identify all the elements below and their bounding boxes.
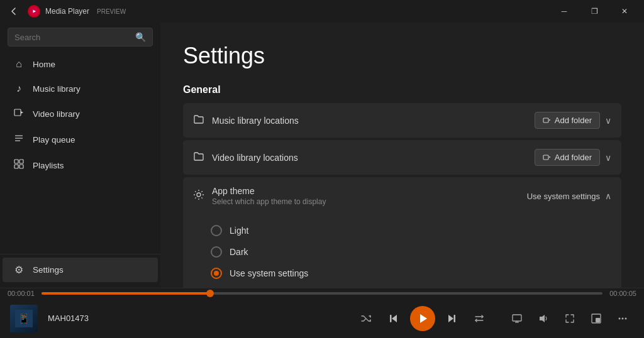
preview-badge: PREVIEW: [97, 8, 126, 15]
main-area: 🔍 ⌂ Home ♪ Music library Video library: [0, 23, 644, 288]
svg-rect-33: [513, 315, 521, 321]
svg-point-39: [619, 317, 621, 319]
window-controls: ─ ❐ ✕: [550, 1, 639, 21]
music-library-row[interactable]: Music library locations Add folder ∨: [183, 103, 621, 138]
sidebar-item-video-library[interactable]: Video library: [3, 101, 158, 126]
svg-rect-9: [14, 165, 18, 168]
next-button[interactable]: [440, 307, 463, 330]
theme-option-dark[interactable]: Dark: [211, 241, 611, 263]
sidebar-item-settings-label: Settings: [33, 265, 64, 275]
queue-icon: [13, 133, 25, 146]
sidebar-item-playlists[interactable]: Playlists: [3, 153, 158, 178]
sidebar-item-music-label: Music library: [33, 84, 80, 94]
theme-dark-label: Dark: [230, 247, 248, 257]
progress-thumb[interactable]: [206, 290, 214, 297]
svg-line-23: [201, 197, 202, 198]
track-thumbnail: 📱: [10, 305, 38, 332]
svg-rect-11: [543, 118, 548, 123]
sidebar-bottom: ⚙ Settings: [0, 254, 160, 288]
minimize-button[interactable]: ─: [550, 1, 579, 21]
progress-track[interactable]: [42, 292, 602, 295]
radio-system[interactable]: [211, 268, 222, 279]
theme-icon: [193, 189, 204, 203]
page-title: Settings: [183, 43, 621, 69]
theme-option-system[interactable]: Use system settings: [211, 263, 611, 284]
video-library-label: Video library locations: [212, 153, 535, 163]
svg-text:📱: 📱: [18, 313, 30, 325]
folder-icon-video: [193, 151, 204, 165]
svg-marker-31: [448, 315, 453, 322]
sidebar-item-playlists-label: Playlists: [33, 161, 64, 170]
settings-icon: ⚙: [13, 264, 25, 276]
app-theme-header[interactable]: App theme Select which app theme to disp…: [183, 177, 621, 215]
svg-rect-10: [19, 165, 23, 168]
restore-button[interactable]: ❐: [580, 1, 609, 21]
app-icon: [28, 5, 40, 18]
theme-subtitle: Select which app theme to display: [212, 197, 527, 206]
sidebar-item-music-library[interactable]: ♪ Music library: [3, 77, 158, 101]
svg-marker-28: [392, 315, 397, 322]
sidebar-item-home[interactable]: ⌂ Home: [3, 52, 158, 76]
sidebar-item-home-label: Home: [33, 60, 55, 69]
current-time: 00:00:01: [8, 290, 35, 297]
svg-rect-8: [19, 160, 23, 163]
svg-point-17: [197, 193, 201, 197]
video-library-row[interactable]: Video library locations Add folder ∨: [183, 140, 621, 175]
svg-line-25: [195, 197, 196, 198]
music-row-chevron[interactable]: ∨: [605, 116, 611, 126]
radio-light[interactable]: [211, 225, 222, 236]
svg-line-22: [195, 191, 196, 192]
svg-rect-14: [543, 155, 548, 160]
folder-icon-music: [193, 114, 204, 128]
video-icon: [13, 107, 25, 120]
player-bar: 00:00:01 00:00:05 📱 MAH01473: [0, 288, 644, 338]
screen-button[interactable]: [506, 307, 528, 330]
repeat-button[interactable]: [468, 307, 491, 330]
right-controls: [506, 307, 634, 330]
progress-bar-container: 00:00:01 00:00:05: [0, 288, 644, 298]
music-icon: ♪: [13, 83, 25, 94]
home-icon: ⌂: [13, 58, 25, 70]
progress-fill: [42, 292, 210, 295]
back-button[interactable]: [5, 3, 23, 20]
theme-option-light[interactable]: Light: [211, 220, 611, 241]
svg-point-41: [625, 317, 627, 319]
theme-row-chevron[interactable]: ∧: [605, 191, 611, 201]
content-area: Settings General Music library locations…: [160, 23, 644, 288]
player-controls: 📱 MAH01473: [0, 298, 644, 338]
volume-button[interactable]: [532, 307, 555, 330]
theme-title: App theme: [212, 186, 527, 196]
playlists-icon: [13, 159, 25, 172]
nav-items: ⌂ Home ♪ Music library Video library: [0, 52, 160, 254]
video-row-chevron[interactable]: ∨: [605, 153, 611, 163]
search-input[interactable]: [14, 33, 130, 42]
radio-dark[interactable]: [211, 246, 222, 258]
theme-current-value: Use system settings: [527, 192, 600, 201]
svg-marker-3: [21, 111, 23, 114]
sidebar-item-settings[interactable]: ⚙ Settings: [3, 258, 158, 282]
app-title: Media Player: [45, 7, 89, 16]
add-folder-music-button[interactable]: Add folder: [535, 112, 600, 129]
miniplayer-button[interactable]: [585, 307, 608, 330]
shuffle-button[interactable]: [355, 307, 377, 330]
previous-button[interactable]: [382, 307, 405, 330]
svg-rect-2: [14, 109, 21, 116]
play-button[interactable]: [410, 306, 435, 331]
sidebar-item-play-queue[interactable]: Play queue: [3, 127, 158, 152]
search-box[interactable]: 🔍: [8, 28, 153, 46]
add-folder-video-button[interactable]: Add folder: [535, 149, 600, 166]
svg-rect-38: [596, 318, 600, 322]
total-time: 00:00:05: [609, 290, 636, 297]
close-button[interactable]: ✕: [610, 1, 639, 21]
svg-marker-30: [420, 314, 427, 323]
title-bar-left: Media Player PREVIEW: [5, 3, 550, 20]
more-button[interactable]: [611, 307, 634, 330]
svg-line-24: [201, 191, 202, 192]
search-icon: 🔍: [135, 32, 146, 42]
expand-button[interactable]: [558, 307, 581, 330]
title-bar: Media Player PREVIEW ─ ❐ ✕: [0, 0, 644, 23]
svg-rect-29: [390, 315, 392, 322]
music-library-label: Music library locations: [212, 116, 535, 126]
svg-rect-7: [14, 160, 18, 163]
sidebar-item-queue-label: Play queue: [33, 135, 75, 144]
